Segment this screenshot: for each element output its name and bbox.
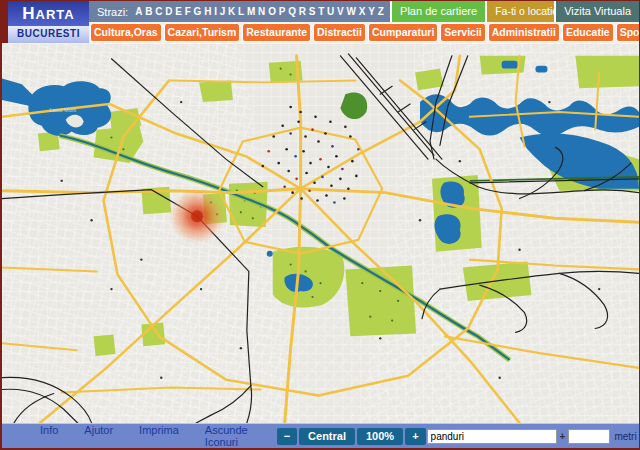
street-letter-link[interactable]: P bbox=[279, 6, 286, 17]
street-letter-link[interactable]: D bbox=[165, 6, 172, 17]
logo-title: Harta bbox=[8, 1, 89, 26]
vizita-virtuala-button[interactable]: Vizita Virtuala bbox=[554, 1, 639, 22]
category-button[interactable]: Administratii bbox=[488, 23, 560, 42]
zoom-out-button[interactable]: − bbox=[277, 428, 297, 445]
footer-links: InfoAjutorImprimaAscunde Iconuri bbox=[2, 424, 274, 448]
street-letter-link[interactable]: V bbox=[337, 6, 344, 17]
lake-label: Lacul Morii bbox=[50, 107, 76, 113]
footer-link[interactable]: Info bbox=[40, 424, 58, 448]
street-letter-link[interactable]: L bbox=[238, 6, 244, 17]
map-marker[interactable] bbox=[169, 189, 225, 244]
street-letter-link[interactable]: F bbox=[185, 6, 191, 17]
street-letter-link[interactable]: Y bbox=[368, 6, 375, 17]
street-letter-link[interactable]: M bbox=[247, 6, 255, 17]
street-letter-link[interactable]: B bbox=[145, 6, 152, 17]
site-logo[interactable]: Harta Bucuresti bbox=[2, 1, 89, 43]
street-letter-link[interactable]: C bbox=[155, 6, 162, 17]
distance-unit-label: metri bbox=[614, 431, 636, 442]
plus-separator: + bbox=[560, 431, 566, 442]
category-button[interactable]: Restaurante bbox=[242, 23, 311, 42]
footer-link[interactable]: Ascunde Iconuri bbox=[205, 424, 248, 448]
zoom-area-button[interactable]: Central bbox=[299, 428, 355, 445]
footer-bar: InfoAjutorImprimaAscunde Iconuri − Centr… bbox=[2, 423, 639, 448]
street-letter-link[interactable]: E bbox=[175, 6, 182, 17]
footer-link[interactable]: Ajutor bbox=[84, 424, 113, 448]
category-button[interactable]: Cultura,Oras bbox=[90, 23, 162, 42]
zoom-in-button[interactable]: + bbox=[405, 428, 425, 445]
street-letter-link[interactable]: A bbox=[135, 6, 142, 17]
zoom-level-button[interactable]: 100% bbox=[357, 428, 403, 445]
category-button[interactable]: Distractii bbox=[313, 23, 366, 42]
category-button[interactable]: Cumparaturi bbox=[368, 23, 438, 42]
category-button[interactable]: Cazari,Turism bbox=[164, 23, 241, 42]
street-letter-link[interactable]: Z bbox=[378, 6, 384, 17]
distance-input[interactable] bbox=[568, 429, 610, 444]
street-letter-link[interactable]: X bbox=[359, 6, 366, 17]
street-letter-link[interactable]: T bbox=[318, 6, 324, 17]
street-letter-link[interactable]: U bbox=[327, 6, 334, 17]
zoom-controls: − Central 100% + bbox=[276, 428, 427, 445]
fa-ti-o-locatie-button[interactable]: Fa-ti o locatie! bbox=[485, 1, 554, 22]
harta-bucuresti-app: Harta Bucuresti Strazi: ABCDEFGHIJKLMNOP… bbox=[0, 0, 640, 450]
street-letter-link[interactable]: N bbox=[258, 6, 265, 17]
street-letter-links: ABCDEFGHIJKLMNOPQRSTUVWXYZ bbox=[135, 6, 384, 17]
street-letter-link[interactable]: G bbox=[194, 6, 202, 17]
category-button[interactable]: Educatie bbox=[562, 23, 614, 42]
street-letter-link[interactable]: O bbox=[268, 6, 276, 17]
street-letter-link[interactable]: Q bbox=[288, 6, 296, 17]
street-letter-link[interactable]: S bbox=[309, 6, 316, 17]
street-letter-link[interactable]: I bbox=[214, 6, 217, 17]
search-input[interactable] bbox=[427, 429, 557, 444]
search-bar: + metri Cauta bbox=[427, 427, 640, 445]
logo-subtitle: Bucuresti bbox=[8, 26, 89, 43]
top-nav-row: Strazi: ABCDEFGHIJKLMNOPQRSTUVWXYZ Plan … bbox=[89, 1, 639, 22]
plan-de-cartiere-button[interactable]: Plan de cartiere bbox=[390, 1, 485, 22]
category-button[interactable]: Servicii bbox=[440, 23, 485, 42]
category-button[interactable]: Sport bbox=[616, 23, 640, 42]
header: Harta Bucuresti Strazi: ABCDEFGHIJKLMNOP… bbox=[2, 1, 639, 43]
streets-alphabet-strip: Strazi: ABCDEFGHIJKLMNOPQRSTUVWXYZ bbox=[89, 1, 390, 22]
street-letter-link[interactable]: J bbox=[220, 6, 226, 17]
street-letter-link[interactable]: W bbox=[347, 6, 356, 17]
streets-label: Strazi: bbox=[97, 6, 128, 18]
street-letter-link[interactable]: R bbox=[299, 6, 306, 17]
city-map[interactable]: Lacul Morii bbox=[2, 43, 639, 423]
street-letter-link[interactable]: K bbox=[228, 6, 235, 17]
category-button-row: Cultura,OrasCazari,TurismRestauranteDist… bbox=[89, 22, 639, 43]
map-container: Lacul Morii bbox=[2, 43, 639, 423]
footer-link[interactable]: Imprima bbox=[139, 424, 179, 448]
street-letter-link[interactable]: H bbox=[204, 6, 211, 17]
